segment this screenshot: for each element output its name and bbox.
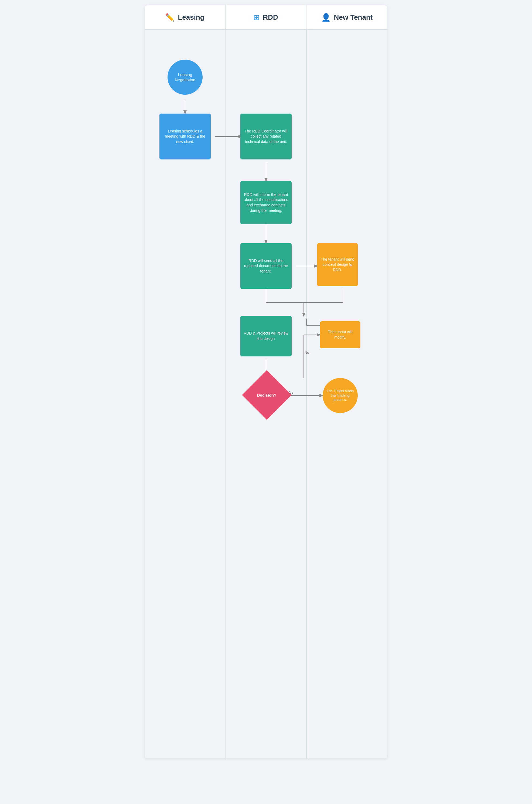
header-rdd: ⊞ RDD — [226, 5, 306, 30]
leasing-title: Leasing — [178, 13, 204, 22]
svg-text:No: No — [305, 350, 309, 355]
rdd-title: RDD — [263, 13, 278, 22]
rdd-send-box: RDD will send all the required documents… — [240, 243, 292, 289]
diagram-container: ✏️ Leasing ⊞ RDD 👤 New Tenant — [145, 5, 387, 759]
header-new-tenant: 👤 New Tenant — [306, 5, 387, 30]
decision-diamond: Decision? — [249, 378, 284, 413]
rdd-collect-box: The RDD Coordinator will collect any rel… — [240, 114, 292, 159]
new-tenant-title: New Tenant — [334, 13, 373, 22]
rdd-review-box: RDD & Projects will review the design — [240, 316, 292, 357]
flow-area: Yes No Leasing Negotiation Leasing sched… — [145, 30, 387, 759]
tenant-concept-box: The tenant will send concept design to R… — [317, 243, 358, 286]
new-tenant-icon: 👤 — [321, 13, 331, 22]
tenant-modify-box: The tenant will modify. — [320, 321, 360, 348]
rdd-icon: ⊞ — [253, 13, 260, 22]
leasing-schedules-box: Leasing schedules a meeting with RDD & t… — [159, 114, 211, 159]
leasing-icon: ✏️ — [165, 13, 174, 22]
leasing-negotiation-circle: Leasing Negotiation — [168, 60, 203, 95]
header-leasing: ✏️ Leasing — [145, 5, 226, 30]
tenant-finish-circle: The Tenant starts the finishing process. — [323, 378, 358, 413]
rdd-inform-box: RDD will inform the tenant about all the… — [240, 181, 292, 224]
header-row: ✏️ Leasing ⊞ RDD 👤 New Tenant — [145, 5, 387, 30]
